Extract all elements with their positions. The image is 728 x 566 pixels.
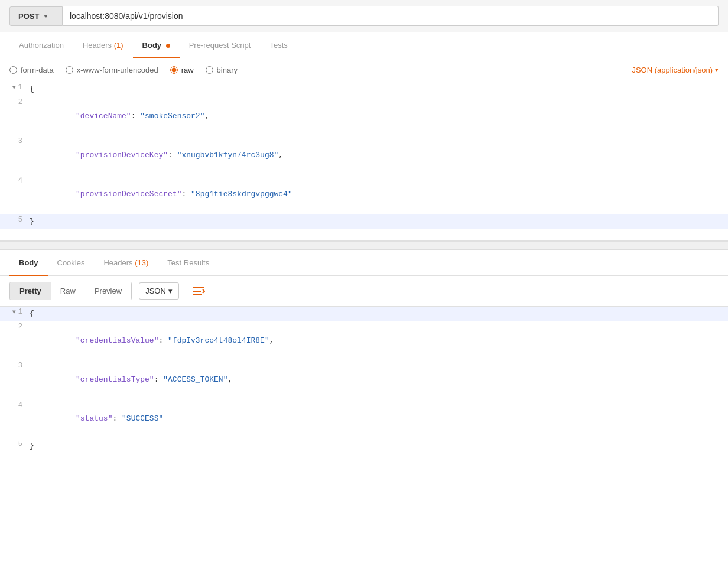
req-line-4: 4 "provisionDeviceSecret": "8pg1tie8skdr… <box>0 175 728 214</box>
tab-headers[interactable]: Headers (1) <box>73 32 133 58</box>
res-tab-body[interactable]: Body <box>9 250 48 275</box>
req-line-5: 5 } <box>0 214 728 229</box>
res-fold-arrow-1[interactable]: ▼ <box>12 309 16 315</box>
format-selector[interactable]: JSON (application/json) ▾ <box>632 66 719 74</box>
req-line-2: 2 "deviceName": "smokeSensor2", <box>0 97 728 136</box>
res-line-3: 3 "credentialsType": "ACCESS_TOKEN", <box>0 360 728 399</box>
res-line-2: 2 "credentialsValue": "fdpIv3rco4t48ol4I… <box>0 321 728 360</box>
response-tabs: Body Cookies Headers (13) Test Results <box>0 250 728 276</box>
option-form-data[interactable]: form-data <box>9 66 54 74</box>
method-selector[interactable]: POST ▼ <box>9 6 63 26</box>
res-tab-testresults[interactable]: Test Results <box>158 250 219 275</box>
url-bar: POST ▼ <box>0 0 728 32</box>
body-dot <box>166 44 170 48</box>
section-divider <box>0 242 728 250</box>
option-urlencoded[interactable]: x-www-form-urlencoded <box>66 66 158 74</box>
headers-badge: (1) <box>114 41 124 50</box>
res-line-5: 5 } <box>0 439 728 454</box>
res-format-preview[interactable]: Preview <box>85 282 131 300</box>
request-tabs: Authorization Headers (1) Body Pre-reque… <box>0 32 728 58</box>
res-format-pretty[interactable]: Pretty <box>10 282 51 300</box>
response-json-selector[interactable]: JSON ▾ <box>139 282 179 300</box>
wrap-button[interactable] <box>186 282 211 300</box>
res-line-1: ▼ 1 { <box>0 307 728 321</box>
res-tab-cookies[interactable]: Cookies <box>48 250 95 275</box>
req-line-1: ▼ 1 { <box>0 82 728 97</box>
body-options: form-data x-www-form-urlencoded raw bina… <box>0 58 728 82</box>
tab-authorization[interactable]: Authorization <box>9 32 73 58</box>
tab-body[interactable]: Body <box>133 32 180 58</box>
res-tab-headers[interactable]: Headers (13) <box>94 250 158 275</box>
option-binary[interactable]: binary <box>206 66 238 74</box>
res-headers-badge: (13) <box>135 258 148 267</box>
method-chevron: ▼ <box>43 13 48 19</box>
response-format-tabs: Pretty Raw Preview <box>9 282 132 300</box>
method-label: POST <box>18 12 39 21</box>
fold-arrow-1[interactable]: ▼ <box>12 84 16 91</box>
res-format-raw[interactable]: Raw <box>51 282 85 300</box>
req-line-3: 3 "provisionDeviceKey": "xnugbvb1kfyn74r… <box>0 136 728 175</box>
request-body-editor[interactable]: ▼ 1 { 2 "deviceName": "smokeSensor2", 3 … <box>0 82 728 242</box>
option-raw[interactable]: raw <box>170 66 194 74</box>
response-body-editor: ▼ 1 { 2 "credentialsValue": "fdpIv3rco4t… <box>0 307 728 454</box>
tab-tests[interactable]: Tests <box>260 32 297 58</box>
response-format-bar: Pretty Raw Preview JSON ▾ <box>0 276 728 307</box>
url-input[interactable] <box>63 6 719 26</box>
res-line-4: 4 "status": "SUCCESS" <box>0 400 728 439</box>
tab-prerequest[interactable]: Pre-request Script <box>180 32 261 58</box>
